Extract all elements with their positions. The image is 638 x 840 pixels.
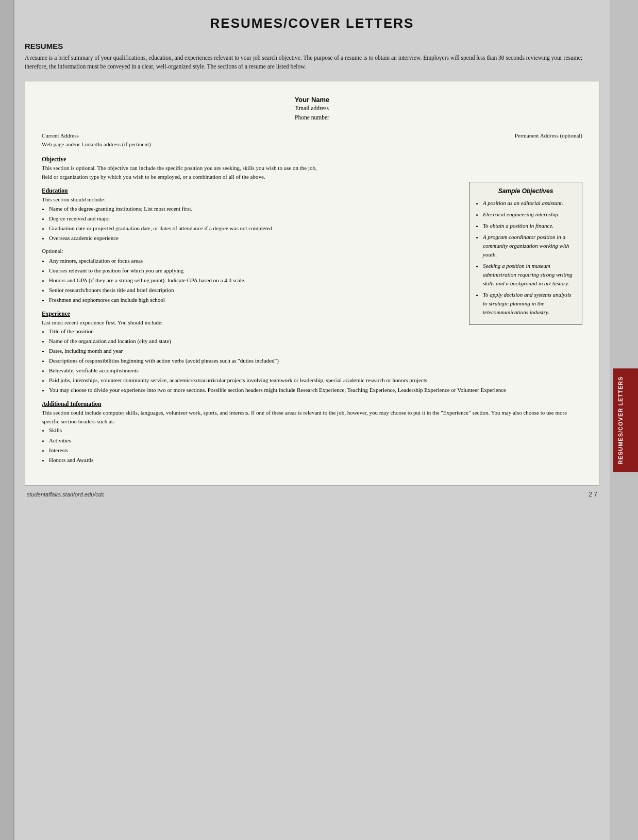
additional-section: Additional Information This section coul…	[42, 401, 582, 464]
footer-url: studentaffairs.stanford.edu/cdc	[27, 491, 104, 498]
current-address-block: Current Address Web page and/or LinkedIn…	[42, 131, 151, 149]
education-bullets: Name of the degree-granting institutions…	[49, 204, 323, 243]
education-bullet-4: Overseas academic experience	[49, 234, 323, 243]
sample-obj-item-2: Electrical engineering internship.	[483, 210, 576, 219]
exp-bullet-2: Name of the organization and location (c…	[49, 337, 582, 346]
exp-bullet-3: Dates, including month and year	[49, 347, 582, 355]
optional-bullet-1: Any minors, specialization or focus area…	[49, 256, 323, 265]
footer-page: 2 7	[589, 491, 597, 498]
resume-email: Email address	[42, 104, 582, 113]
objective-section: Objective This section is optional. The …	[42, 156, 323, 181]
experience-title: Experience	[42, 311, 582, 317]
objective-text: This section is optional. The objective …	[42, 164, 323, 181]
objective-title: Objective	[42, 156, 323, 162]
education-section: Education This section should include: N…	[42, 187, 323, 304]
resume-phone: Phone number	[42, 113, 582, 122]
exp-bullet-7: You may choose to divide your experience…	[49, 386, 582, 395]
add-bullet-1: Skills	[49, 426, 582, 435]
footer: studentaffairs.stanford.edu/cdc 2 7	[25, 491, 599, 498]
sample-obj-item-5: Seeking a position in museum administrat…	[483, 262, 576, 288]
main-content: RESUMES/COVER LETTERS RESUMES A resume i…	[14, 0, 610, 840]
exp-bullet-5: Believable, verifiable accomplishments	[49, 366, 582, 375]
optional-label: Optional:	[42, 247, 323, 255]
education-bullet-3: Graduation date or projected graduation …	[49, 224, 323, 233]
right-border: RESUMES/COVER LETTERS	[610, 0, 638, 840]
sample-objectives-box: Sample Objectives A position as an edito…	[469, 182, 582, 325]
optional-bullet-4: Senior research/honors thesis title and …	[49, 286, 323, 295]
resume-name: Your Name	[42, 96, 582, 104]
exp-bullet-4: Descriptions of responsibilities beginni…	[49, 356, 582, 365]
right-tab: RESUMES/COVER LETTERS	[613, 368, 638, 472]
optional-bullet-2: Courses relevant to the position for whi…	[49, 266, 323, 275]
additional-bullets: Skills Activities Interests Honors and A…	[49, 426, 582, 464]
web-address: Web page and/or LinkedIn address (if per…	[42, 140, 151, 149]
education-bullet-1: Name of the degree-granting institutions…	[49, 204, 323, 213]
permanent-address-block: Permanent Address (optional)	[515, 131, 582, 149]
sample-obj-list: A position as an editorial assistant. El…	[483, 199, 576, 317]
exp-bullet-1: Title of the position	[49, 327, 582, 336]
experience-bullets: Title of the position Name of the organi…	[49, 327, 582, 395]
education-title: Education	[42, 187, 323, 194]
sample-obj-item-1: A position as an editorial assistant.	[483, 199, 576, 208]
optional-bullets: Any minors, specialization or focus area…	[49, 256, 323, 304]
education-bullet-2: Degree received and major	[49, 214, 323, 223]
experience-intro: List most recent experience first. You s…	[42, 318, 582, 327]
current-address: Current Address	[42, 131, 151, 140]
sample-obj-title: Sample Objectives	[476, 187, 576, 195]
page-title: RESUMES/COVER LETTERS	[25, 15, 599, 31]
optional-bullet-5: Freshmen and sophomores can include high…	[49, 296, 323, 304]
education-intro: This section should include:	[42, 195, 323, 204]
left-border	[0, 0, 14, 840]
add-bullet-2: Activities	[49, 436, 582, 445]
additional-title: Additional Information	[42, 401, 582, 407]
resume-document: Your Name Email address Phone number Cur…	[25, 81, 599, 486]
resume-header: Your Name Email address Phone number	[42, 96, 582, 123]
resume-address-row: Current Address Web page and/or LinkedIn…	[42, 131, 582, 149]
exp-bullet-6: Paid jobs, internships, volunteer commun…	[49, 376, 582, 385]
experience-section: Experience List most recent experience f…	[42, 311, 582, 395]
permanent-address: Permanent Address (optional)	[515, 131, 582, 140]
add-bullet-4: Honors and Awards	[49, 456, 582, 465]
add-bullet-3: Interests	[49, 446, 582, 455]
page-wrapper: RESUMES/COVER LETTERS RESUMES A resume i…	[0, 0, 638, 840]
intro-text: A resume is a brief summary of your qual…	[25, 54, 599, 72]
additional-text: This section could include computer skil…	[42, 408, 582, 426]
sample-obj-item-3: To obtain a position in finance.	[483, 221, 576, 230]
sample-obj-item-4: A program coordinator position in a comm…	[483, 233, 576, 259]
optional-bullet-3: Honors and GPA (if they are a strong sel…	[49, 276, 323, 285]
resumes-heading: RESUMES	[25, 42, 599, 50]
